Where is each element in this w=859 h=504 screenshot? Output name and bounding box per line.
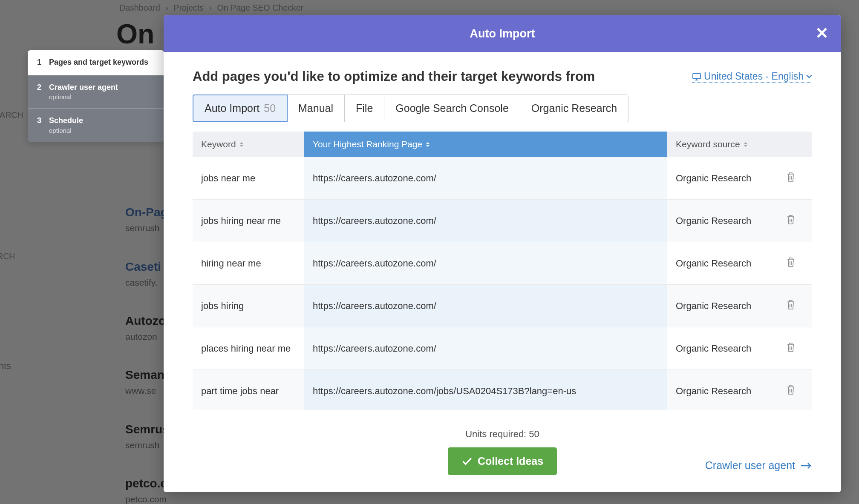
chevron-down-icon	[806, 74, 812, 79]
modal-heading: Add pages you'd like to optimize and the…	[193, 69, 595, 84]
table-row: jobs hiring near mehttps://careers.autoz…	[193, 200, 812, 242]
step-number: 1	[37, 58, 49, 67]
units-required-label: Units required: 50	[193, 429, 812, 440]
step-label: Crawler user agent	[49, 83, 155, 92]
cell-source: Organic Research	[667, 164, 770, 192]
trash-icon	[786, 299, 796, 313]
cell-source: Organic Research	[667, 292, 770, 320]
keywords-table: Keyword Your Highest Ranking Page Keywor…	[193, 132, 812, 410]
svg-rect-0	[693, 73, 700, 78]
tab-count: 50	[264, 102, 276, 115]
column-page[interactable]: Your Highest Ranking Page	[304, 132, 667, 157]
table-header: Keyword Your Highest Ranking Page Keywor…	[193, 132, 812, 157]
cell-page: https://careers.autozone.com/	[304, 242, 667, 284]
import-source-tabs: Auto Import50ManualFileGoogle Search Con…	[193, 94, 628, 122]
table-row: jobs near mehttps://careers.autozone.com…	[193, 157, 812, 200]
auto-import-modal: Auto Import Add pages you'd like to opti…	[164, 15, 841, 492]
tab-file[interactable]: File	[345, 95, 384, 122]
table-row: places hiring near mehttps://careers.aut…	[193, 327, 812, 370]
tab-manual[interactable]: Manual	[287, 95, 345, 122]
step-label: Pages and target keywords	[49, 58, 155, 67]
trash-icon	[786, 172, 796, 185]
check-icon	[461, 457, 473, 466]
next-step-link[interactable]: Crawler user agent	[705, 459, 812, 472]
cell-keyword: jobs hiring	[193, 292, 304, 320]
trash-icon	[786, 384, 796, 398]
cell-keyword: part time jobs near	[193, 377, 304, 405]
tab-label: Auto Import	[205, 102, 259, 115]
column-source[interactable]: Keyword source	[667, 132, 770, 157]
modal-header: Auto Import	[164, 15, 841, 52]
arrow-right-icon	[800, 461, 812, 470]
delete-row-button[interactable]	[786, 299, 796, 313]
cell-keyword: jobs hiring near me	[193, 207, 304, 235]
sort-icon	[239, 142, 244, 147]
step-number: 3	[37, 116, 49, 134]
modal-title: Auto Import	[470, 27, 535, 40]
modal-body: Add pages you'd like to optimize and the…	[164, 52, 841, 422]
sort-icon	[744, 142, 748, 147]
modal-footer: Units required: 50 Collect Ideas Crawler…	[164, 422, 841, 492]
cell-source: Organic Research	[667, 377, 770, 405]
sort-icon	[426, 142, 430, 147]
cell-page: https://careers.autozone.com/jobs/USA020…	[304, 370, 667, 410]
step-optional: optional	[49, 127, 155, 134]
wizard-step-2[interactable]: 2Crawler user agentoptional	[28, 75, 164, 109]
cell-page: https://careers.autozone.com/	[304, 200, 667, 242]
table-row: jobs hiringhttps://careers.autozone.com/…	[193, 285, 812, 327]
cell-page: https://careers.autozone.com/	[304, 327, 667, 369]
cell-page: https://careers.autozone.com/	[304, 285, 667, 327]
tab-auto-import[interactable]: Auto Import50	[193, 94, 288, 122]
cell-source: Organic Research	[667, 249, 770, 278]
tab-label: Organic Research	[531, 102, 617, 115]
delete-row-button[interactable]	[786, 342, 796, 355]
delete-row-button[interactable]	[786, 257, 796, 270]
cell-page: https://careers.autozone.com/	[304, 157, 667, 199]
step-optional: optional	[49, 93, 155, 100]
tab-label: Google Search Console	[395, 102, 508, 115]
next-label: Crawler user agent	[705, 459, 795, 472]
tab-organic-research[interactable]: Organic Research	[520, 95, 628, 122]
trash-icon	[786, 342, 796, 355]
close-button[interactable]	[815, 26, 829, 42]
delete-row-button[interactable]	[786, 172, 796, 185]
trash-icon	[786, 257, 796, 270]
cell-keyword: places hiring near me	[193, 335, 304, 363]
wizard-step-3[interactable]: 3Scheduleoptional	[28, 109, 164, 142]
desktop-icon	[692, 73, 701, 80]
delete-row-button[interactable]	[786, 214, 796, 228]
wizard-step-1[interactable]: 1Pages and target keywords	[28, 50, 164, 75]
locale-selector[interactable]: United States - English	[692, 71, 812, 83]
delete-row-button[interactable]	[786, 384, 796, 398]
trash-icon	[786, 214, 796, 228]
wizard-steps: 1Pages and target keywords2Crawler user …	[28, 50, 164, 142]
table-row: part time jobs nearhttps://careers.autoz…	[193, 370, 812, 410]
tab-label: File	[356, 102, 373, 115]
tab-google-search-console[interactable]: Google Search Console	[384, 95, 520, 122]
locale-label: United States - English	[704, 71, 804, 82]
table-row: hiring near mehttps://careers.autozone.c…	[193, 242, 812, 285]
column-keyword[interactable]: Keyword	[193, 132, 304, 157]
cell-keyword: jobs near me	[193, 164, 304, 192]
collect-label: Collect Ideas	[478, 455, 543, 467]
cell-keyword: hiring near me	[193, 249, 304, 278]
collect-ideas-button[interactable]: Collect Ideas	[448, 447, 557, 475]
step-label: Schedule	[49, 116, 155, 126]
cell-source: Organic Research	[667, 335, 770, 363]
cell-source: Organic Research	[667, 207, 770, 235]
close-icon	[815, 26, 829, 40]
step-number: 2	[37, 83, 49, 101]
table-body: jobs near mehttps://careers.autozone.com…	[193, 157, 812, 410]
tab-label: Manual	[298, 102, 333, 115]
